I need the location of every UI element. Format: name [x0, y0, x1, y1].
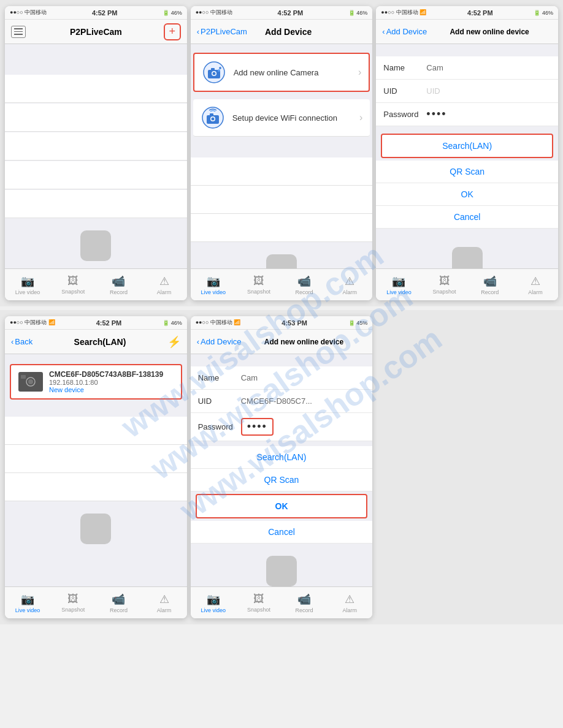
record-label-1: Record	[110, 289, 128, 295]
add-device-content: Add new online Camera	[191, 44, 373, 268]
tab-record-3[interactable]: 📹 Record	[467, 269, 513, 300]
record-icon-5: 📹	[297, 593, 311, 606]
tab-alarm-5[interactable]: ⚠ Alarm	[327, 587, 372, 618]
svg-point-5	[218, 69, 220, 72]
ok-button[interactable]: OK	[197, 495, 367, 517]
svg-point-11	[211, 118, 214, 121]
search-lan-content: CMCE6F-D805C743A8BF-138139 192.168.10.1:…	[5, 354, 187, 586]
snapshot-label-2: Snapshot	[247, 289, 270, 295]
tab-record-4[interactable]: 📹 Record	[96, 587, 141, 618]
nav-bar-5: ‹ Add Device Add new online device	[191, 330, 373, 354]
device-list-item[interactable]: CMCE6F-D805C743A8BF-138139 192.168.10.1:…	[10, 364, 182, 400]
device-status: New device	[49, 386, 174, 393]
back-label-3: Add Device	[386, 27, 427, 36]
nav-bar-2: ‹ P2PLiveCam Add Device	[191, 20, 373, 44]
tab-livevideo-3[interactable]: 📷 Live video	[376, 269, 421, 300]
tab-alarm-3[interactable]: ⚠ Alarm	[513, 269, 558, 300]
tab-snapshot-5[interactable]: 🖼 Snapshot	[236, 587, 282, 618]
livevideo-label-1: Live video	[15, 289, 40, 295]
tab-bar-1: 📷 Live video 🖼 Snapshot 📹 Record ⚠ Alarm	[5, 268, 187, 300]
device-info: CMCE6F-D805C743A8BF-138139 192.168.10.1:…	[49, 370, 174, 393]
back-button-5[interactable]: ‹ Add Device	[197, 337, 242, 346]
password-row-2: Password ••••	[191, 413, 373, 441]
add-camera-item[interactable]: Add new online Camera	[193, 53, 370, 92]
nav-bar-1: P2PLiveCam +	[5, 20, 187, 44]
search-lan-button[interactable]: Search(LAN)	[382, 135, 552, 157]
add-camera-chevron	[358, 67, 361, 78]
livevideo-label-5: Live video	[201, 607, 226, 613]
status-bar-5: ●●○○ 中国移动 📶 4:53 PM 🔋 45%	[191, 316, 373, 330]
name-label-2: Name	[198, 373, 241, 382]
device-form-2: Name Cam UID CMCE6F-D805C7... Password •…	[191, 366, 373, 441]
ok-button-top[interactable]: OK	[376, 183, 558, 206]
setup-wifi-item[interactable]: Setup device WiFi connection	[193, 99, 370, 137]
tab-alarm-4[interactable]: ⚠ Alarm	[142, 587, 187, 618]
tab-snapshot-3[interactable]: 🖼 Snapshot	[422, 269, 467, 300]
back-label-2: P2PLiveCam	[201, 27, 247, 36]
add-online-content: Name Cam UID UID Password •••• Search(LA…	[376, 44, 558, 268]
tab-record-2[interactable]: 📹 Record	[282, 269, 327, 300]
tab-snapshot-1[interactable]: 🖼 Snapshot	[50, 269, 96, 300]
password-row: Password ••••	[376, 103, 558, 126]
record-label-4: Record	[110, 607, 128, 613]
qr-scan-button[interactable]: QR Scan	[376, 161, 558, 183]
tab-snapshot-4[interactable]: 🖼 Snapshot	[50, 587, 96, 618]
uid-value-2: CMCE6F-D805C7...	[241, 396, 366, 406]
screen-add-device: ●●○○ 中国移动 4:52 PM 🔋 46% ‹ P2PLiveCam Add…	[191, 6, 373, 300]
svg-point-15	[28, 379, 33, 384]
svg-rect-12	[210, 113, 213, 116]
flash-icon: ⚡	[167, 335, 181, 349]
svg-rect-4	[211, 68, 215, 70]
alarm-label-3: Alarm	[528, 289, 543, 295]
back-button-3[interactable]: ‹ Add Device	[382, 27, 427, 36]
main-content	[5, 44, 187, 268]
setup-wifi-label: Setup device WiFi connection	[232, 113, 359, 123]
livevideo-icon-1: 📷	[21, 275, 34, 288]
snapshot-label-3: Snapshot	[433, 289, 456, 295]
cancel-button[interactable]: Cancel	[191, 521, 373, 544]
search-lan-title: Search(LAN)	[33, 337, 167, 347]
tab-livevideo-2[interactable]: 📷 Live video	[191, 269, 236, 300]
time-4: 4:52 PM	[96, 319, 122, 327]
record-icon-2: 📹	[297, 275, 311, 288]
add-device-button[interactable]: +	[164, 23, 181, 40]
setup-wifi-chevron	[359, 112, 362, 123]
back-chevron-4: ‹	[11, 337, 13, 346]
snapshot-icon-3: 🖼	[439, 275, 450, 287]
password-label-2: Password	[198, 422, 241, 431]
tab-livevideo-5[interactable]: 📷 Live video	[191, 587, 236, 618]
alarm-icon-4: ⚠	[159, 593, 169, 606]
alarm-label-5: Alarm	[343, 607, 358, 613]
time-3: 4:52 PM	[467, 9, 493, 17]
livevideo-icon-3: 📷	[392, 275, 405, 288]
back-button-4[interactable]: ‹ Back	[11, 337, 33, 346]
carrier-signal-3: ●●○○ 中国移动 📶	[381, 9, 426, 17]
tab-bar-2: 📷 Live video 🖼 Snapshot 📹 Record ⚠ Alarm	[191, 268, 373, 300]
tab-alarm-1[interactable]: ⚠ Alarm	[142, 269, 187, 300]
tab-livevideo-4[interactable]: 📷 Live video	[5, 587, 50, 618]
device-uid: CMCE6F-D805C743A8BF-138139	[49, 370, 174, 379]
device-ip: 192.168.10.1:80	[49, 379, 174, 386]
livevideo-icon-4: 📷	[21, 593, 34, 606]
tab-alarm-2[interactable]: ⚠ Alarm	[327, 269, 372, 300]
carrier-signal-2: ●●○○ 中国移动	[196, 9, 232, 17]
cancel-button-top[interactable]: Cancel	[376, 206, 558, 229]
screen-add-online-filled: ●●○○ 中国移动 📶 4:53 PM 🔋 45% ‹ Add Device A…	[191, 316, 373, 618]
search-lan-button-2[interactable]: Search(LAN)	[191, 446, 373, 469]
tab-livevideo-1[interactable]: 📷 Live video	[5, 269, 50, 300]
uid-row-2: UID CMCE6F-D805C7...	[191, 390, 373, 413]
back-label-4: Back	[15, 337, 33, 346]
add-online-title-2: Add new online device	[242, 338, 367, 346]
device-camera-thumbnail	[18, 372, 43, 392]
snapshot-label-1: Snapshot	[61, 289, 85, 295]
tab-snapshot-2[interactable]: 🖼 Snapshot	[236, 269, 282, 300]
battery-2: 🔋 46%	[348, 10, 368, 16]
add-device-title: Add Device	[247, 27, 329, 37]
qr-scan-button-2[interactable]: QR Scan	[191, 469, 373, 491]
back-button-2[interactable]: ‹ P2PLiveCam	[197, 27, 247, 36]
tab-record-1[interactable]: 📹 Record	[96, 269, 141, 300]
tab-record-5[interactable]: 📹 Record	[282, 587, 327, 618]
snapshot-label-4: Snapshot	[61, 607, 85, 613]
livevideo-label-4: Live video	[15, 607, 40, 613]
password-label: Password	[383, 110, 426, 119]
